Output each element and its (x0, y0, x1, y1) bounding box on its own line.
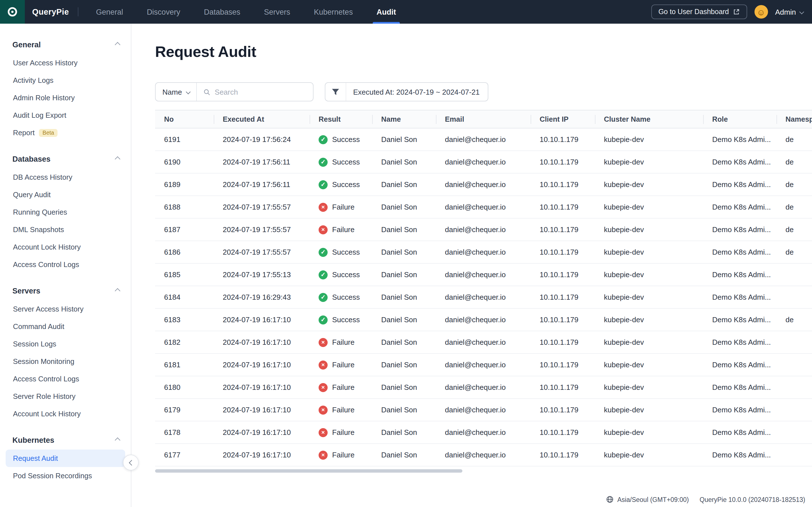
sidebar-item-access-control-logs[interactable]: Access Control Logs (6, 256, 125, 273)
table-row[interactable]: 61872024-07-19 17:55:57×FailureDaniel So… (155, 218, 812, 241)
table-row[interactable]: 61802024-07-19 16:17:10×FailureDaniel So… (155, 376, 812, 399)
topnav-item-kubernetes[interactable]: Kubernetes (302, 0, 364, 24)
sidebar-item-request-audit[interactable]: Request Audit (6, 450, 125, 467)
sidebar-item-label: Access Control Logs (13, 260, 79, 269)
brand-divider (78, 7, 79, 16)
sidebar-section-header-servers[interactable]: Servers (0, 284, 131, 297)
cell-role: Demo K8s Admi... (703, 286, 776, 308)
cell-no: 6179 (155, 399, 214, 421)
cell-email: daniel@chequer.io (436, 196, 530, 218)
sidebar-section-general: GeneralUser Access HistoryActivity LogsA… (0, 38, 131, 142)
sidebar-item-access-control-logs[interactable]: Access Control Logs (6, 370, 125, 388)
result-label: Failure (332, 451, 355, 459)
cell-executed-at: 2024-07-19 17:56:24 (214, 128, 310, 151)
result-label: Failure (332, 406, 355, 414)
search-input[interactable] (215, 88, 306, 96)
sidebar-item-session-monitoring[interactable]: Session Monitoring (6, 353, 125, 370)
cell-result: ×Failure (310, 196, 372, 218)
cell-no: 6185 (155, 263, 214, 286)
table-row[interactable]: 61862024-07-19 17:55:57✓SuccessDaniel So… (155, 241, 812, 263)
cell-no: 6180 (155, 376, 214, 399)
cell-no: 6191 (155, 128, 214, 151)
sidebar-collapse-button[interactable] (123, 455, 139, 470)
table-row[interactable]: 61912024-07-19 17:56:24✓SuccessDaniel So… (155, 128, 812, 151)
sidebar-item-pod-session-recordings[interactable]: Pod Session Recordings (6, 467, 125, 485)
result-value: ×Failure (319, 360, 355, 369)
search-field-select[interactable]: Name (156, 83, 196, 101)
failure-icon: × (319, 338, 327, 347)
sidebar: GeneralUser Access HistoryActivity LogsA… (0, 24, 132, 507)
table-row[interactable]: 61842024-07-19 16:29:43✓SuccessDaniel So… (155, 286, 812, 308)
user-menu[interactable]: Admin (775, 8, 803, 16)
table-row[interactable]: 61812024-07-19 16:17:10×FailureDaniel So… (155, 353, 812, 376)
topnav-item-general[interactable]: General (84, 0, 135, 24)
sidebar-section-databases: DatabasesDB Access HistoryQuery AuditRun… (0, 153, 131, 273)
topnav-item-databases[interactable]: Databases (192, 0, 252, 24)
sidebar-item-report[interactable]: ReportBeta (6, 124, 125, 142)
app-root: QueryPie GeneralDiscoveryDatabasesServer… (0, 0, 812, 507)
sidebar-item-account-lock-history[interactable]: Account Lock History (6, 238, 125, 256)
sidebar-item-admin-role-history[interactable]: Admin Role History (6, 89, 125, 107)
table-row[interactable]: 61832024-07-19 16:17:10✓SuccessDaniel So… (155, 308, 812, 331)
sidebar-item-server-role-history[interactable]: Server Role History (6, 388, 125, 405)
success-icon: ✓ (319, 315, 327, 324)
sidebar-section-header-general[interactable]: General (0, 38, 131, 51)
cell-name: Daniel Son (372, 331, 436, 353)
avatar[interactable]: ☺ (754, 5, 768, 18)
sidebar-item-session-logs[interactable]: Session Logs (6, 335, 125, 353)
result-label: Success (332, 248, 360, 256)
sidebar-item-activity-logs[interactable]: Activity Logs (6, 71, 125, 89)
go-to-user-dashboard-button[interactable]: Go to User Dashboard (651, 4, 747, 19)
table-row[interactable]: 61782024-07-19 16:17:10×FailureDaniel So… (155, 421, 812, 444)
sidebar-item-user-access-history[interactable]: User Access History (6, 54, 125, 71)
querypie-logo[interactable] (0, 0, 25, 24)
table-row[interactable]: 61772024-07-19 16:17:10×FailureDaniel So… (155, 444, 812, 466)
executed-at-filter-chip[interactable]: Executed At: 2024-07-19 ~ 2024-07-21 (325, 82, 488, 101)
search-icon (204, 88, 210, 96)
sidebar-section-servers: ServersServer Access HistoryCommand Audi… (0, 284, 131, 422)
sidebar-item-running-queries[interactable]: Running Queries (6, 203, 125, 221)
success-icon: ✓ (319, 158, 327, 166)
cell-cluster-name: kubepie-dev (595, 353, 703, 376)
cell-email: daniel@chequer.io (436, 376, 530, 399)
result-value: ✓Success (319, 247, 360, 257)
sidebar-section-header-databases[interactable]: Databases (0, 153, 131, 165)
horizontal-scrollbar[interactable] (155, 469, 462, 473)
topnav-item-audit[interactable]: Audit (364, 0, 408, 24)
search-field-label: Name (162, 88, 182, 96)
cell-role: Demo K8s Admi... (703, 241, 776, 263)
sidebar-item-db-access-history[interactable]: DB Access History (6, 168, 125, 186)
cell-executed-at: 2024-07-19 17:55:13 (214, 263, 310, 286)
sidebar-item-query-audit[interactable]: Query Audit (6, 186, 125, 203)
table-row[interactable]: 61792024-07-19 16:17:10×FailureDaniel So… (155, 399, 812, 421)
sidebar-item-command-audit[interactable]: Command Audit (6, 318, 125, 335)
sidebar-item-dml-snapshots[interactable]: DML Snapshots (6, 221, 125, 238)
failure-icon: × (319, 360, 327, 369)
success-icon: ✓ (319, 180, 327, 189)
table-row[interactable]: 61892024-07-19 17:56:11✓SuccessDaniel So… (155, 173, 812, 196)
cell-result: ✓Success (310, 263, 372, 286)
sidebar-section-header-kubernetes[interactable]: Kubernetes (0, 434, 131, 446)
cell-name: Daniel Son (372, 376, 436, 399)
table-row[interactable]: 61852024-07-19 17:55:13✓SuccessDaniel So… (155, 263, 812, 286)
table-row[interactable]: 61902024-07-19 17:56:11✓SuccessDaniel So… (155, 151, 812, 173)
sidebar-item-account-lock-history[interactable]: Account Lock History (6, 405, 125, 422)
cell-role: Demo K8s Admi... (703, 151, 776, 173)
result-value: ×Failure (319, 450, 355, 459)
cell-result: ×Failure (310, 218, 372, 241)
topnav-item-discovery[interactable]: Discovery (135, 0, 192, 24)
cell-cluster-name: kubepie-dev (595, 241, 703, 263)
sidebar-item-server-access-history[interactable]: Server Access History (6, 300, 125, 318)
sidebar-section-title: General (12, 40, 41, 49)
executed-at-filter-label: Executed At: 2024-07-19 ~ 2024-07-21 (346, 88, 488, 96)
content-shell: GeneralUser Access HistoryActivity LogsA… (0, 24, 812, 507)
column-header-role: Role (703, 110, 776, 128)
result-value: ✓Success (319, 158, 360, 166)
sidebar-item-label: Account Lock History (13, 409, 81, 418)
cell-email: daniel@chequer.io (436, 218, 530, 241)
topnav-item-servers[interactable]: Servers (252, 0, 302, 24)
sidebar-item-audit-log-export[interactable]: Audit Log Export (6, 107, 125, 124)
table-row[interactable]: 61882024-07-19 17:55:57×FailureDaniel So… (155, 196, 812, 218)
go-to-user-dashboard-label: Go to User Dashboard (658, 8, 729, 16)
table-row[interactable]: 61822024-07-19 16:17:10×FailureDaniel So… (155, 331, 812, 353)
